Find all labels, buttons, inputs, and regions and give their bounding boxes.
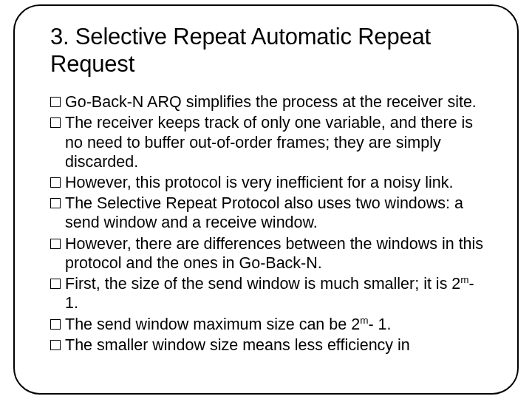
superscript: m <box>360 314 368 325</box>
slide-title: 3. Selective Repeat Automatic Repeat Req… <box>50 24 491 78</box>
list-item-text: The Selective Repeat Protocol also uses … <box>65 194 491 232</box>
square-bullet-icon <box>50 319 61 330</box>
slide-frame: 3. Selective Repeat Automatic Repeat Req… <box>13 4 519 395</box>
list-item: However, there are differences between t… <box>50 234 491 273</box>
list-item-text: Go-Back-N ARQ simplifies the process at … <box>65 92 491 112</box>
list-item: The receiver keeps track of only one var… <box>50 113 491 171</box>
list-item-text: However, there are differences between t… <box>65 234 491 273</box>
list-item: Go-Back-N ARQ simplifies the process at … <box>50 92 491 112</box>
square-bullet-icon <box>50 97 61 107</box>
list-item: The Selective Repeat Protocol also uses … <box>50 194 491 232</box>
square-bullet-icon <box>50 198 61 208</box>
square-bullet-icon <box>50 117 61 128</box>
superscript: m <box>460 274 468 285</box>
list-item-text: The send window maximum size can be 2m- … <box>65 315 491 334</box>
square-bullet-icon <box>50 340 61 350</box>
square-bullet-icon <box>50 239 61 249</box>
list-item-text: First, the size of the send window is mu… <box>65 274 491 313</box>
list-item-text: The smaller window size means less effic… <box>65 335 491 355</box>
list-item: However, this protocol is very inefficie… <box>50 173 491 192</box>
bullet-list: Go-Back-N ARQ simplifies the process at … <box>50 92 491 355</box>
square-bullet-icon <box>50 279 61 289</box>
list-item: First, the size of the send window is mu… <box>50 274 491 313</box>
list-item-text: The receiver keeps track of only one var… <box>65 113 491 171</box>
list-item: The smaller window size means less effic… <box>50 335 491 355</box>
list-item-text: However, this protocol is very inefficie… <box>65 173 491 192</box>
square-bullet-icon <box>50 177 61 188</box>
list-item: The send window maximum size can be 2m- … <box>50 315 491 334</box>
